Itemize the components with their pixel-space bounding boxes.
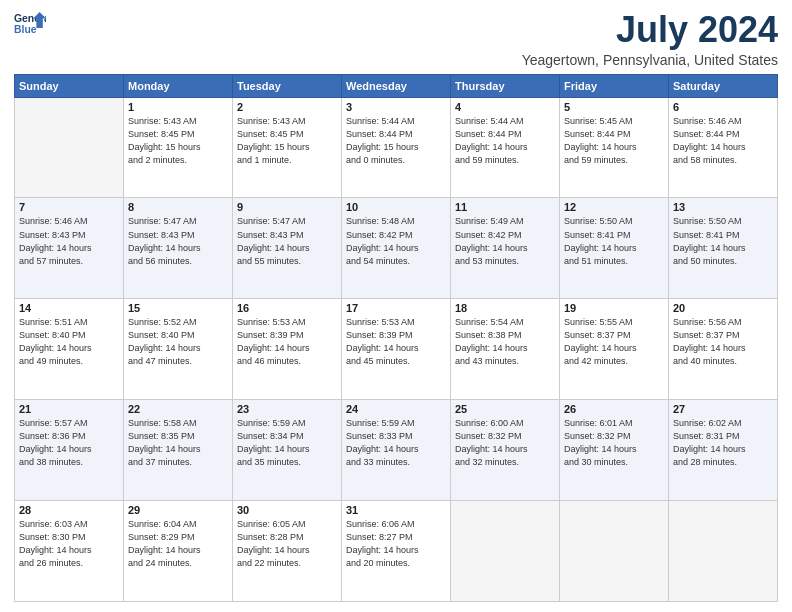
day-number: 11 bbox=[455, 201, 555, 213]
col-wednesday: Wednesday bbox=[342, 74, 451, 97]
day-info: Sunrise: 5:53 AM Sunset: 8:39 PM Dayligh… bbox=[346, 316, 446, 368]
day-number: 31 bbox=[346, 504, 446, 516]
day-number: 21 bbox=[19, 403, 119, 415]
day-number: 28 bbox=[19, 504, 119, 516]
day-info: Sunrise: 6:05 AM Sunset: 8:28 PM Dayligh… bbox=[237, 518, 337, 570]
col-saturday: Saturday bbox=[669, 74, 778, 97]
table-cell: 8Sunrise: 5:47 AM Sunset: 8:43 PM Daylig… bbox=[124, 198, 233, 299]
day-info: Sunrise: 6:00 AM Sunset: 8:32 PM Dayligh… bbox=[455, 417, 555, 469]
day-info: Sunrise: 5:47 AM Sunset: 8:43 PM Dayligh… bbox=[237, 215, 337, 267]
page: General Blue July 2024 Yeagertown, Penns… bbox=[0, 0, 792, 612]
table-cell bbox=[451, 501, 560, 602]
day-info: Sunrise: 5:55 AM Sunset: 8:37 PM Dayligh… bbox=[564, 316, 664, 368]
day-info: Sunrise: 5:59 AM Sunset: 8:33 PM Dayligh… bbox=[346, 417, 446, 469]
table-cell: 25Sunrise: 6:00 AM Sunset: 8:32 PM Dayli… bbox=[451, 400, 560, 501]
day-info: Sunrise: 6:03 AM Sunset: 8:30 PM Dayligh… bbox=[19, 518, 119, 570]
day-number: 8 bbox=[128, 201, 228, 213]
header: General Blue July 2024 Yeagertown, Penns… bbox=[14, 10, 778, 68]
day-number: 17 bbox=[346, 302, 446, 314]
day-number: 30 bbox=[237, 504, 337, 516]
table-cell: 9Sunrise: 5:47 AM Sunset: 8:43 PM Daylig… bbox=[233, 198, 342, 299]
logo-icon: General Blue bbox=[14, 10, 46, 38]
table-cell: 1Sunrise: 5:43 AM Sunset: 8:45 PM Daylig… bbox=[124, 97, 233, 198]
day-info: Sunrise: 5:54 AM Sunset: 8:38 PM Dayligh… bbox=[455, 316, 555, 368]
day-number: 13 bbox=[673, 201, 773, 213]
day-number: 2 bbox=[237, 101, 337, 113]
calendar-week-row: 21Sunrise: 5:57 AM Sunset: 8:36 PM Dayli… bbox=[15, 400, 778, 501]
table-cell: 15Sunrise: 5:52 AM Sunset: 8:40 PM Dayli… bbox=[124, 299, 233, 400]
day-number: 1 bbox=[128, 101, 228, 113]
day-info: Sunrise: 6:01 AM Sunset: 8:32 PM Dayligh… bbox=[564, 417, 664, 469]
day-info: Sunrise: 5:52 AM Sunset: 8:40 PM Dayligh… bbox=[128, 316, 228, 368]
table-cell: 3Sunrise: 5:44 AM Sunset: 8:44 PM Daylig… bbox=[342, 97, 451, 198]
calendar-table: Sunday Monday Tuesday Wednesday Thursday… bbox=[14, 74, 778, 602]
table-cell: 29Sunrise: 6:04 AM Sunset: 8:29 PM Dayli… bbox=[124, 501, 233, 602]
day-info: Sunrise: 5:43 AM Sunset: 8:45 PM Dayligh… bbox=[237, 115, 337, 167]
day-info: Sunrise: 6:06 AM Sunset: 8:27 PM Dayligh… bbox=[346, 518, 446, 570]
day-number: 6 bbox=[673, 101, 773, 113]
table-cell: 4Sunrise: 5:44 AM Sunset: 8:44 PM Daylig… bbox=[451, 97, 560, 198]
col-monday: Monday bbox=[124, 74, 233, 97]
calendar-week-row: 1Sunrise: 5:43 AM Sunset: 8:45 PM Daylig… bbox=[15, 97, 778, 198]
day-info: Sunrise: 6:02 AM Sunset: 8:31 PM Dayligh… bbox=[673, 417, 773, 469]
table-cell: 22Sunrise: 5:58 AM Sunset: 8:35 PM Dayli… bbox=[124, 400, 233, 501]
day-info: Sunrise: 6:04 AM Sunset: 8:29 PM Dayligh… bbox=[128, 518, 228, 570]
subtitle: Yeagertown, Pennsylvania, United States bbox=[522, 52, 778, 68]
day-number: 23 bbox=[237, 403, 337, 415]
day-info: Sunrise: 5:47 AM Sunset: 8:43 PM Dayligh… bbox=[128, 215, 228, 267]
day-number: 26 bbox=[564, 403, 664, 415]
day-number: 4 bbox=[455, 101, 555, 113]
table-cell: 16Sunrise: 5:53 AM Sunset: 8:39 PM Dayli… bbox=[233, 299, 342, 400]
table-cell: 5Sunrise: 5:45 AM Sunset: 8:44 PM Daylig… bbox=[560, 97, 669, 198]
table-cell: 19Sunrise: 5:55 AM Sunset: 8:37 PM Dayli… bbox=[560, 299, 669, 400]
day-info: Sunrise: 5:44 AM Sunset: 8:44 PM Dayligh… bbox=[455, 115, 555, 167]
table-cell: 7Sunrise: 5:46 AM Sunset: 8:43 PM Daylig… bbox=[15, 198, 124, 299]
col-friday: Friday bbox=[560, 74, 669, 97]
day-number: 25 bbox=[455, 403, 555, 415]
table-cell: 26Sunrise: 6:01 AM Sunset: 8:32 PM Dayli… bbox=[560, 400, 669, 501]
day-number: 9 bbox=[237, 201, 337, 213]
day-number: 27 bbox=[673, 403, 773, 415]
day-number: 29 bbox=[128, 504, 228, 516]
table-cell bbox=[669, 501, 778, 602]
table-cell: 28Sunrise: 6:03 AM Sunset: 8:30 PM Dayli… bbox=[15, 501, 124, 602]
table-cell: 13Sunrise: 5:50 AM Sunset: 8:41 PM Dayli… bbox=[669, 198, 778, 299]
calendar-week-row: 7Sunrise: 5:46 AM Sunset: 8:43 PM Daylig… bbox=[15, 198, 778, 299]
day-info: Sunrise: 5:46 AM Sunset: 8:43 PM Dayligh… bbox=[19, 215, 119, 267]
day-number: 5 bbox=[564, 101, 664, 113]
day-number: 3 bbox=[346, 101, 446, 113]
table-cell: 21Sunrise: 5:57 AM Sunset: 8:36 PM Dayli… bbox=[15, 400, 124, 501]
day-info: Sunrise: 5:51 AM Sunset: 8:40 PM Dayligh… bbox=[19, 316, 119, 368]
calendar-week-row: 28Sunrise: 6:03 AM Sunset: 8:30 PM Dayli… bbox=[15, 501, 778, 602]
table-cell: 11Sunrise: 5:49 AM Sunset: 8:42 PM Dayli… bbox=[451, 198, 560, 299]
day-info: Sunrise: 5:48 AM Sunset: 8:42 PM Dayligh… bbox=[346, 215, 446, 267]
day-number: 10 bbox=[346, 201, 446, 213]
calendar-header-row: Sunday Monday Tuesday Wednesday Thursday… bbox=[15, 74, 778, 97]
day-info: Sunrise: 5:53 AM Sunset: 8:39 PM Dayligh… bbox=[237, 316, 337, 368]
col-tuesday: Tuesday bbox=[233, 74, 342, 97]
table-cell bbox=[15, 97, 124, 198]
day-info: Sunrise: 5:49 AM Sunset: 8:42 PM Dayligh… bbox=[455, 215, 555, 267]
day-number: 12 bbox=[564, 201, 664, 213]
day-number: 19 bbox=[564, 302, 664, 314]
day-info: Sunrise: 5:57 AM Sunset: 8:36 PM Dayligh… bbox=[19, 417, 119, 469]
day-number: 16 bbox=[237, 302, 337, 314]
day-info: Sunrise: 5:46 AM Sunset: 8:44 PM Dayligh… bbox=[673, 115, 773, 167]
logo: General Blue bbox=[14, 10, 46, 38]
day-info: Sunrise: 5:44 AM Sunset: 8:44 PM Dayligh… bbox=[346, 115, 446, 167]
day-number: 14 bbox=[19, 302, 119, 314]
day-info: Sunrise: 5:50 AM Sunset: 8:41 PM Dayligh… bbox=[673, 215, 773, 267]
day-info: Sunrise: 5:50 AM Sunset: 8:41 PM Dayligh… bbox=[564, 215, 664, 267]
table-cell: 17Sunrise: 5:53 AM Sunset: 8:39 PM Dayli… bbox=[342, 299, 451, 400]
table-cell: 12Sunrise: 5:50 AM Sunset: 8:41 PM Dayli… bbox=[560, 198, 669, 299]
table-cell: 18Sunrise: 5:54 AM Sunset: 8:38 PM Dayli… bbox=[451, 299, 560, 400]
day-info: Sunrise: 5:58 AM Sunset: 8:35 PM Dayligh… bbox=[128, 417, 228, 469]
table-cell bbox=[560, 501, 669, 602]
day-number: 15 bbox=[128, 302, 228, 314]
day-number: 22 bbox=[128, 403, 228, 415]
svg-text:Blue: Blue bbox=[14, 24, 37, 35]
calendar-week-row: 14Sunrise: 5:51 AM Sunset: 8:40 PM Dayli… bbox=[15, 299, 778, 400]
day-info: Sunrise: 5:43 AM Sunset: 8:45 PM Dayligh… bbox=[128, 115, 228, 167]
table-cell: 10Sunrise: 5:48 AM Sunset: 8:42 PM Dayli… bbox=[342, 198, 451, 299]
main-title: July 2024 bbox=[522, 10, 778, 50]
